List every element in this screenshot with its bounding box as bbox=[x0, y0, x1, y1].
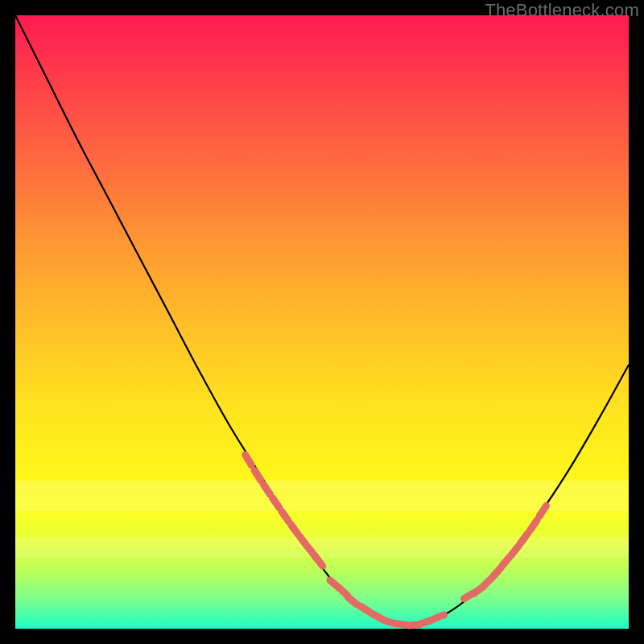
marker-pill bbox=[282, 511, 289, 521]
bottleneck-curve-svg bbox=[15, 15, 629, 629]
marker-cluster-right bbox=[464, 506, 546, 598]
marker-pill bbox=[493, 568, 501, 576]
marker-pill bbox=[421, 620, 431, 623]
marker-pill bbox=[372, 614, 382, 620]
marker-pill bbox=[530, 520, 537, 530]
marker-pill bbox=[349, 597, 357, 605]
marker-cluster-left bbox=[246, 455, 323, 566]
marker-pill bbox=[539, 506, 546, 516]
marker-pill bbox=[316, 556, 323, 566]
marker-cluster-bottom bbox=[330, 580, 444, 625]
marker-pill bbox=[433, 615, 444, 619]
marker-pill bbox=[254, 470, 261, 481]
marker-pill bbox=[502, 556, 510, 566]
marker-pill bbox=[273, 498, 279, 508]
marker-pill bbox=[300, 537, 308, 547]
marker-pill bbox=[263, 485, 270, 494]
bottleneck-curve bbox=[15, 15, 629, 625]
marker-pill bbox=[246, 455, 252, 465]
marker-pill bbox=[291, 525, 298, 535]
marker-pill bbox=[521, 533, 528, 543]
marker-pill bbox=[360, 606, 369, 612]
marker-pill bbox=[511, 546, 518, 555]
